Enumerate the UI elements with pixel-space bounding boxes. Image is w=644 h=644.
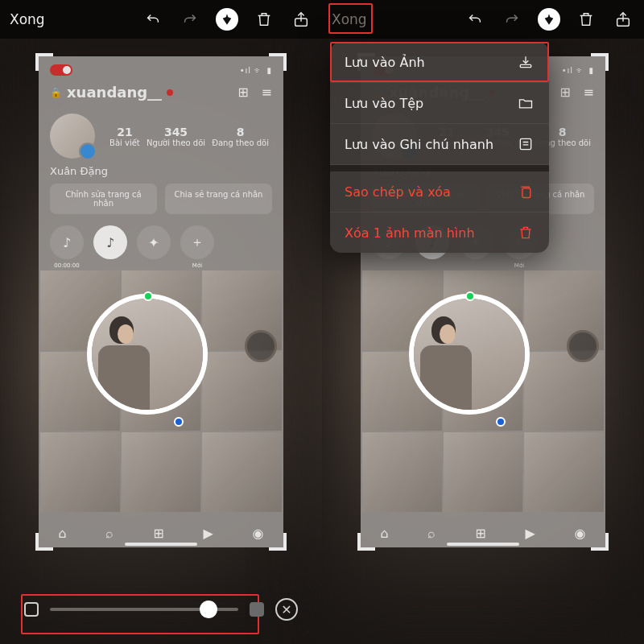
crop-corner-tr[interactable] — [591, 53, 609, 71]
menu-separator — [330, 165, 549, 171]
done-button[interactable]: Xong — [10, 11, 45, 27]
ig-tabbar: ⌂ ⌕ ⊞ ▶ ◉ — [39, 526, 283, 541]
left-editor-pane: Xong •ıl ᯤ ▮ 🔒 xuandang__ ⊞ ≡ — [0, 0, 322, 644]
editor-toolbar: Xong — [0, 0, 322, 39]
svg-rect-4 — [522, 188, 530, 198]
home-indicator — [125, 543, 197, 546]
home-icon: ⌂ — [58, 526, 66, 541]
menu-delete-one-label: Xóa 1 ảnh màn hình — [345, 225, 475, 241]
share-icon[interactable] — [612, 8, 634, 31]
pen-tool-button[interactable] — [216, 8, 238, 31]
copy-trash-icon — [517, 183, 535, 200]
close-slider-button[interactable]: ✕ — [275, 598, 298, 621]
ig-handle: xuandang__ — [67, 84, 162, 101]
folder-icon — [517, 94, 535, 112]
share-icon[interactable] — [290, 8, 312, 31]
avatar — [50, 114, 95, 159]
story-2: ♪ — [93, 225, 127, 259]
share-profile-button: Chia sẻ trang cá nhân — [165, 184, 272, 214]
menu-icon: ≡ — [262, 85, 272, 100]
right-editor-pane: Xong •ıl ᯤ ▮ 🔒xuandang__ ⊞≡ 21Bài viết 3… — [322, 0, 644, 644]
story-1: ♪00:00:00 — [50, 225, 84, 259]
reels-icon: ▶ — [203, 526, 213, 541]
redo-icon — [179, 8, 201, 31]
tutorial-highlight-done — [328, 3, 373, 34]
opacity-preview-dot[interactable] — [567, 330, 599, 362]
profile-stats: 21Bài viết 345Người theo dõi 8Đang theo … — [106, 126, 272, 147]
magnifier-annotation[interactable] — [409, 294, 530, 415]
handle-green[interactable] — [465, 291, 475, 301]
edit-profile-button: Chỉnh sửa trang cá nhân — [50, 184, 157, 214]
trash-icon — [517, 224, 535, 242]
search-icon: ⌕ — [105, 526, 114, 541]
recording-indicator — [50, 64, 72, 76]
note-icon — [517, 135, 535, 153]
magnifier-annotation[interactable] — [87, 294, 208, 415]
crop-corner-tr[interactable] — [269, 53, 287, 71]
menu-save-quicknote[interactable]: Lưu vào Ghi chú nhanh — [330, 124, 549, 165]
crop-corner-bl[interactable] — [357, 533, 375, 551]
handle-blue[interactable] — [174, 417, 184, 427]
opacity-slider[interactable] — [50, 608, 238, 611]
crop-corner-bl[interactable] — [35, 533, 53, 551]
story-new: ＋Mới — [180, 225, 214, 259]
slider-thumb[interactable] — [200, 601, 217, 618]
handle-blue[interactable] — [496, 417, 506, 427]
status-bar-icons: •ıl ᯤ ▮ — [240, 66, 272, 75]
menu-copy-delete-label: Sao chép và xóa — [345, 184, 451, 200]
opacity-max-icon[interactable] — [250, 602, 264, 617]
undo-icon[interactable] — [464, 8, 486, 31]
opacity-min-icon[interactable] — [24, 602, 39, 617]
profile-icon: ◉ — [253, 526, 264, 541]
handle-green[interactable] — [143, 291, 153, 301]
display-name: Xuân Đặng — [39, 163, 283, 184]
menu-copy-delete[interactable]: Sao chép và xóa — [330, 171, 549, 213]
opacity-slider-bar: ✕ — [0, 591, 322, 628]
undo-icon[interactable] — [142, 8, 164, 31]
pen-tool-button[interactable] — [538, 8, 560, 31]
menu-save-quicknote-label: Lưu vào Ghi chú nhanh — [345, 137, 493, 152]
redo-icon — [501, 8, 523, 31]
crop-corner-br[interactable] — [591, 533, 609, 551]
crop-corner-br[interactable] — [269, 533, 287, 551]
svg-rect-3 — [520, 138, 530, 149]
notification-badge — [167, 89, 173, 96]
add-icon: ⊞ — [153, 526, 163, 541]
trash-icon[interactable] — [253, 8, 275, 31]
tutorial-highlight-save-photos — [330, 42, 549, 82]
opacity-preview-dot[interactable] — [245, 330, 277, 362]
crop-corner-tl[interactable] — [35, 53, 53, 71]
lock-icon: 🔒 — [50, 87, 62, 98]
screenshot-canvas[interactable]: •ıl ᯤ ▮ 🔒 xuandang__ ⊞ ≡ 21Bài viết 345N… — [39, 56, 283, 547]
create-icon: ⊞ — [237, 85, 248, 100]
menu-delete-one[interactable]: Xóa 1 ảnh màn hình — [330, 213, 549, 253]
menu-save-files-label: Lưu vào Tệp — [345, 96, 423, 111]
menu-save-files[interactable]: Lưu vào Tệp — [330, 83, 549, 124]
story-3: ✦ — [137, 225, 171, 259]
trash-icon[interactable] — [575, 8, 597, 31]
